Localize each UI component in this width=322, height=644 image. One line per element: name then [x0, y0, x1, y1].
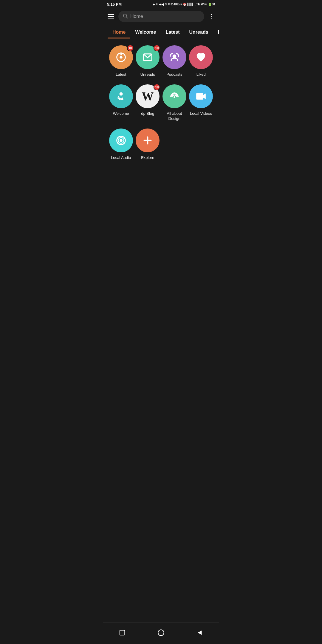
status-icons: ▶ 𝓟 ◀◀ ⊙ ✉ 2.4KB/s ⏰ ▌▌▌ LTE WiFi 🔋68 [153, 2, 215, 6]
list-item-podcasts[interactable]: Podcasts [161, 45, 188, 77]
menu-line-1 [108, 14, 114, 15]
local-videos-icon-wrap [189, 84, 213, 108]
dp-blog-icon-wrap: W 10 [136, 84, 160, 108]
liked-icon-wrap [189, 45, 213, 69]
welcome-icon-wrap [109, 84, 133, 108]
latest-icon-wrap: 10 [109, 45, 133, 69]
liked-label: Liked [196, 72, 206, 77]
menu-line-3 [108, 18, 114, 18]
unreads-badge: 10 [154, 45, 160, 51]
list-item-all-about-design[interactable]: All about Design [161, 84, 188, 121]
svg-rect-10 [196, 93, 203, 100]
menu-line-2 [108, 16, 114, 17]
header: Home ⋮ [103, 8, 219, 24]
unreads-icon-wrap: 10 [136, 45, 160, 69]
svg-point-7 [119, 92, 123, 95]
battery-icon: 🔋68 [208, 3, 215, 6]
svg-point-6 [172, 55, 176, 58]
local-audio-icon-circle [109, 129, 133, 152]
list-item-local-audio[interactable]: Local Audio [108, 129, 134, 160]
chrome-icon: ⊙ [165, 3, 167, 6]
status-time: 5:15 PM [107, 2, 122, 7]
wordpress-icon: W [142, 89, 154, 103]
svg-rect-19 [120, 630, 125, 635]
svg-point-9 [174, 96, 175, 98]
list-item-explore[interactable]: Explore [134, 129, 161, 160]
svg-point-20 [158, 630, 164, 636]
list-item-local-videos[interactable]: Local Videos [188, 84, 215, 121]
tab-bar: Home Welcome Latest Unreads Po + [103, 24, 219, 39]
list-item-unreads[interactable]: 10 Unreads [134, 45, 161, 77]
welcome-label: Welcome [113, 111, 129, 116]
svg-point-3 [120, 56, 123, 59]
local-audio-label: Local Audio [111, 155, 131, 160]
local-audio-icon-wrap [109, 129, 133, 152]
dp-blog-label: dp Blog [141, 111, 154, 116]
local-videos-icon-circle [189, 84, 213, 108]
list-item-latest[interactable]: 10 Latest [108, 45, 134, 77]
svg-marker-11 [203, 93, 206, 99]
podcasts-icon-circle [162, 45, 186, 69]
wifi-icon: WiFi [201, 3, 207, 6]
nav-square-button[interactable] [116, 626, 129, 639]
list-item-liked[interactable]: Liked [188, 45, 215, 77]
search-bar[interactable]: Home [118, 11, 204, 22]
latest-badge: 10 [127, 45, 134, 51]
welcome-icon-circle [109, 84, 133, 108]
list-item-dp-blog[interactable]: W 10 dp Blog [134, 84, 161, 121]
dp-blog-badge: 10 [154, 84, 160, 90]
explore-icon-circle [136, 129, 160, 152]
bottom-nav [103, 622, 219, 644]
svg-marker-21 [198, 631, 202, 635]
more-options-button[interactable]: ⋮ [207, 12, 216, 21]
nav-back-button[interactable] [193, 626, 206, 639]
explore-icon-wrap [136, 129, 160, 152]
tab-latest[interactable]: Latest [161, 25, 184, 38]
alarm-icon: ⏰ [183, 3, 186, 6]
speed-icon: 2.4KB/s [171, 3, 182, 6]
menu-button[interactable] [106, 13, 115, 20]
unreads-label: Unreads [140, 72, 155, 77]
icon-grid: 10 Latest 10 Unreads [108, 45, 214, 160]
search-placeholder: Home [130, 14, 143, 19]
svg-point-14 [120, 139, 123, 142]
svg-line-1 [126, 17, 127, 18]
tab-home[interactable]: Home [108, 25, 130, 38]
play-icon: ▶ [153, 3, 155, 6]
tab-podcasts[interactable]: Po [213, 25, 219, 38]
latest-label: Latest [116, 72, 126, 77]
nav-circle-button[interactable] [154, 626, 168, 639]
lte-icon: LTE [195, 3, 200, 6]
podcasts-icon-wrap [162, 45, 186, 69]
tab-welcome[interactable]: Welcome [130, 25, 161, 38]
tab-unreads[interactable]: Unreads [185, 25, 213, 38]
all-about-design-label: All about Design [161, 111, 188, 121]
pinterest-icon: 𝓟 [156, 2, 158, 6]
main-content: 10 Latest 10 Unreads [103, 39, 219, 172]
liked-icon-circle [189, 45, 213, 69]
signal-bars-icon: ▌▌▌ [187, 3, 193, 6]
podcasts-label: Podcasts [166, 72, 182, 77]
all-about-design-icon-wrap [162, 84, 186, 108]
signal-icon: ◀◀ [159, 3, 164, 6]
all-about-design-icon-circle [162, 84, 186, 108]
search-icon [123, 13, 128, 20]
list-item-welcome[interactable]: Welcome [108, 84, 134, 121]
local-videos-label: Local Videos [190, 111, 212, 116]
status-bar: 5:15 PM ▶ 𝓟 ◀◀ ⊙ ✉ 2.4KB/s ⏰ ▌▌▌ LTE WiF… [103, 0, 219, 8]
explore-label: Explore [141, 155, 154, 160]
mail-status-icon: ✉ [168, 3, 170, 6]
